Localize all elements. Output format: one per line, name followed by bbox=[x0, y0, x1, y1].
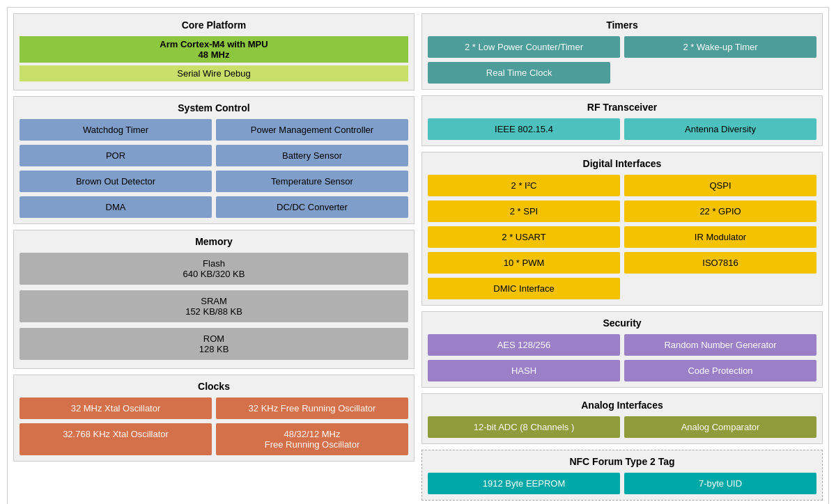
processor-box: Arm Cortex-M4 with MPU 48 MHz bbox=[20, 36, 408, 63]
ir-mod-box: IR Modulator bbox=[624, 226, 816, 248]
timers-section: Timers 2 * Low Power Counter/Timer 2 * W… bbox=[421, 13, 823, 90]
code-prot-box: Code Protection bbox=[624, 360, 816, 381]
memory-section: Memory Flash 640 KB/320 KB SRAM 152 KB/8… bbox=[13, 230, 415, 369]
digital-title: Digital Interfaces bbox=[428, 158, 816, 169]
clocks-section: Clocks 32 MHz Xtal Oscillator 32 KHz Fre… bbox=[13, 375, 415, 462]
rf-title: RF Transceiver bbox=[428, 102, 816, 113]
aes-box: AES 128/256 bbox=[428, 334, 620, 356]
dma-box: DMA bbox=[20, 196, 212, 218]
watchdog-timer-box: Watchdog Timer bbox=[20, 119, 212, 141]
security-title: Security bbox=[428, 317, 816, 329]
rf-grid: IEEE 802.15.4 Antenna Diversity bbox=[428, 118, 816, 140]
timers-grid: 2 * Low Power Counter/Timer 2 * Wake-up … bbox=[428, 36, 816, 58]
security-grid: AES 128/256 Random Number Generator HASH… bbox=[428, 334, 816, 381]
ieee-box: IEEE 802.15.4 bbox=[428, 118, 620, 140]
analog-title: Analog Interfaces bbox=[428, 400, 816, 411]
adc-box: 12-bit ADC (8 Channels ) bbox=[428, 416, 620, 438]
clock-32768-xtal: 32.768 KHz Xtal Oscillator bbox=[20, 423, 212, 455]
system-control-title: System Control bbox=[20, 102, 408, 113]
dmic-box: DMIC Interface bbox=[428, 278, 620, 299]
brown-out-box: Brown Out Detector bbox=[20, 171, 212, 192]
wakeup-timer-box: 2 * Wake-up Timer bbox=[624, 36, 816, 58]
security-section: Security AES 128/256 Random Number Gener… bbox=[421, 311, 823, 388]
analog-grid: 12-bit ADC (8 Channels ) Analog Comparat… bbox=[428, 416, 816, 438]
uid-box: 7-byte UID bbox=[624, 473, 816, 494]
core-platform-title: Core Platform bbox=[20, 19, 408, 31]
nfc-section: NFC Forum Type 2 Tag 1912 Byte EEPROM 7-… bbox=[421, 450, 823, 501]
nfc-grid: 1912 Byte EEPROM 7-byte UID bbox=[428, 473, 816, 494]
dcdc-box: DC/DC Converter bbox=[216, 196, 408, 218]
clock-48-32-12: 48/32/12 MHzFree Running Oscillator bbox=[216, 423, 408, 455]
clocks-grid: 32 MHz Xtal Oscillator 32 KHz Free Runni… bbox=[20, 397, 408, 455]
eeprom-box: 1912 Byte EEPROM bbox=[428, 473, 620, 494]
timers-title: Timers bbox=[428, 19, 816, 31]
power-mgmt-box: Power Management Controller bbox=[216, 119, 408, 141]
system-control-section: System Control Watchdog Timer Power Mana… bbox=[13, 96, 415, 224]
nfc-title: NFC Forum Type 2 Tag bbox=[428, 456, 816, 467]
i2c-box: 2 * I²C bbox=[428, 175, 620, 196]
core-platform-section: Core Platform Arm Cortex-M4 with MPU 48 … bbox=[13, 13, 415, 90]
comparator-box: Analog Comparator bbox=[624, 416, 816, 438]
memory-title: Memory bbox=[20, 236, 408, 247]
por-box: POR bbox=[20, 145, 212, 166]
digital-interfaces-section: Digital Interfaces 2 * I²C QSPI 2 * SPI … bbox=[421, 152, 823, 306]
main-container: Core Platform Arm Cortex-M4 with MPU 48 … bbox=[7, 7, 829, 504]
spi-box: 2 * SPI bbox=[428, 200, 620, 222]
debug-box: Serial Wire Debug bbox=[20, 65, 408, 81]
gpio-box: 22 * GPIO bbox=[624, 200, 816, 222]
battery-sensor-box: Battery Sensor bbox=[216, 145, 408, 166]
rng-box: Random Number Generator bbox=[624, 334, 816, 356]
usart-box: 2 * USART bbox=[428, 226, 620, 248]
left-column: Core Platform Arm Cortex-M4 with MPU 48 … bbox=[13, 13, 415, 501]
rf-transceiver-section: RF Transceiver IEEE 802.15.4 Antenna Div… bbox=[421, 95, 823, 146]
system-control-grid: Watchdog Timer Power Management Controll… bbox=[20, 119, 408, 218]
iso7816-box: ISO7816 bbox=[624, 252, 816, 274]
digital-grid: 2 * I²C QSPI 2 * SPI 22 * GPIO 2 * USART… bbox=[428, 175, 816, 299]
hash-box: HASH bbox=[428, 360, 620, 381]
rom-box: ROM 128 KB bbox=[20, 328, 408, 360]
rtc-box: Real Time Clock bbox=[428, 62, 610, 84]
sram-box: SRAM 152 KB/88 KB bbox=[20, 290, 408, 322]
flash-box: Flash 640 KB/320 KB bbox=[20, 253, 408, 285]
right-column: Timers 2 * Low Power Counter/Timer 2 * W… bbox=[421, 13, 823, 501]
clock-32mhz-xtal: 32 MHz Xtal Oscillator bbox=[20, 397, 212, 419]
pwm-box: 10 * PWM bbox=[428, 252, 620, 274]
temp-sensor-box: Temperature Sensor bbox=[216, 171, 408, 192]
low-power-counter-box: 2 * Low Power Counter/Timer bbox=[428, 36, 620, 58]
antenna-box: Antenna Diversity bbox=[624, 118, 816, 140]
analog-section: Analog Interfaces 12-bit ADC (8 Channels… bbox=[421, 393, 823, 444]
clocks-title: Clocks bbox=[20, 381, 408, 392]
memory-items: Flash 640 KB/320 KB SRAM 152 KB/88 KB RO… bbox=[20, 253, 408, 363]
qspi-box: QSPI bbox=[624, 175, 816, 196]
clock-32khz-free: 32 KHz Free Running Oscillator bbox=[216, 397, 408, 419]
